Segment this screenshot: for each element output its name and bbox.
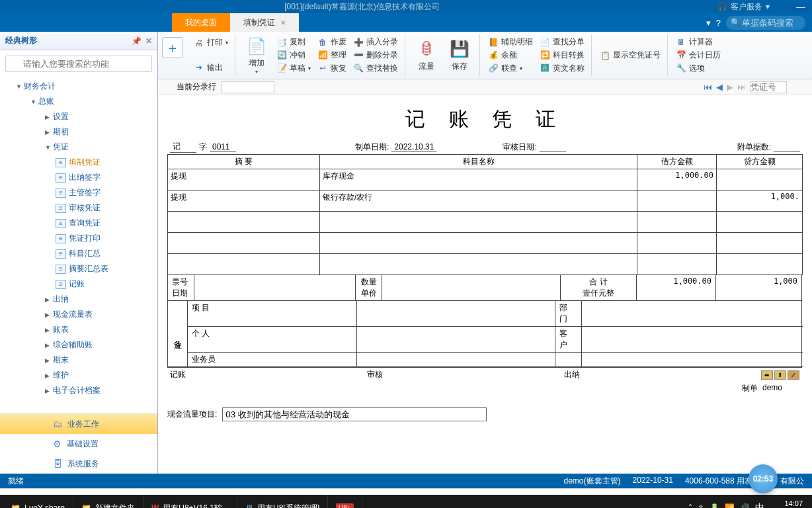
print-button[interactable]: 🖨打印 ▾ (192, 36, 229, 49)
attach-value[interactable] (774, 142, 800, 152)
tree-cashier-sign[interactable]: ≡出纳签字 (0, 170, 157, 185)
tree-supervisor-sign[interactable]: ≡主管签字 (0, 185, 157, 200)
tree-cashier[interactable]: 出纳 (0, 292, 157, 307)
output-button[interactable]: ➜输出 (192, 62, 229, 74)
close-icon[interactable]: ✕ (145, 36, 152, 46)
sidebar-system-service[interactable]: 🗄系统服务 (0, 454, 157, 474)
tray-wifi-icon[interactable]: 📶 (725, 503, 735, 508)
tab-label: 填制凭证 (243, 17, 275, 28)
help-icon[interactable]: ? (716, 18, 721, 28)
tree-voucher-group[interactable]: 凭证 (0, 140, 157, 155)
tree-period-end[interactable]: 期末 (0, 353, 157, 368)
reverse-button[interactable]: 🔄冲销 (275, 49, 312, 62)
nav-last-button[interactable]: ⏭ (737, 82, 746, 92)
tree-voucher-entry[interactable]: ≡填制凭证 (0, 155, 157, 170)
makedate-value[interactable]: 2022.10.31 (391, 142, 436, 152)
delete-row-button[interactable]: ➖删除分录 (352, 49, 399, 62)
insert-row-button[interactable]: ➕插入分录 (352, 36, 399, 48)
cust-label: 客 户 (555, 327, 582, 353)
tray-battery-icon[interactable]: 🔋 (710, 503, 719, 508)
chevron-down-icon[interactable]: ▾ (706, 18, 711, 28)
folder-icon: 📁 (81, 503, 91, 508)
tree-posting[interactable]: ≡记账 (0, 276, 157, 292)
eng-name-button[interactable]: 🅰英文名称 (538, 62, 586, 75)
table-row[interactable] (168, 212, 803, 233)
tree-maintain[interactable]: 维护 (0, 368, 157, 383)
copy-button[interactable]: 📑复制 (275, 36, 312, 48)
reverse-icon: 🔄 (276, 50, 287, 60)
tree-finance-accounting[interactable]: 财务会计 (0, 79, 157, 94)
nav-next-button[interactable]: ▶ (727, 82, 733, 92)
table-row[interactable]: 提现 银行存款/农行 1,000. (168, 190, 803, 212)
add-button[interactable]: ＋ (162, 37, 183, 58)
app-icon: W (151, 503, 159, 508)
sidebar-biz-work[interactable]: 🗂业务工作 (0, 414, 157, 434)
toggle-icon[interactable]: ⬌ (761, 370, 773, 380)
tree-opening[interactable]: 期初 (0, 124, 157, 140)
tree-reports[interactable]: 账表 (0, 322, 157, 337)
add-voucher-button[interactable]: 📄 增加▾ (242, 36, 271, 75)
monitor-icon: 🖥 (245, 503, 253, 508)
cashflow-input[interactable] (222, 407, 487, 421)
taskbar: 📁LuoY-share 📁新建文件夹 W用友U8+V16.1软... 🖥用友U8… (0, 495, 812, 508)
tree-account-summary[interactable]: ≡科目汇总 (0, 246, 157, 261)
tab-my-desktop[interactable]: 我的桌面 (172, 13, 230, 32)
taskbar-item[interactable]: U8+ (328, 495, 362, 508)
current-row-input[interactable] (222, 81, 274, 93)
tidy-button[interactable]: 📶整理 (316, 49, 348, 62)
taskbar-item[interactable]: W用友U8+V16.1软... (143, 495, 237, 508)
table-row[interactable] (168, 233, 803, 254)
ime-indicator[interactable]: 中 (755, 502, 764, 508)
timer-badge[interactable]: 02:53 (749, 464, 778, 493)
table-row[interactable]: 提现 库存现金 1,000.00 (168, 169, 803, 190)
minimize-button[interactable]: — (796, 1, 805, 12)
tree-cashflow-sheet[interactable]: 现金流量表 (0, 307, 157, 322)
balance-button[interactable]: 💰余额 (487, 49, 534, 62)
find-replace-button[interactable]: 🔍查找替换 (352, 62, 399, 75)
expand-icon[interactable]: ⤢ (788, 370, 799, 380)
void-button[interactable]: 🗑作废 (316, 36, 348, 48)
recover-button[interactable]: ↩恢复 (316, 62, 348, 75)
options-button[interactable]: 🔧选项 (674, 62, 722, 75)
tab-voucher-entry[interactable]: 填制凭证 ✕ (230, 13, 299, 32)
pin-icon[interactable]: 📌 (132, 36, 142, 46)
draft-button[interactable]: 📝草稿 ▾ (275, 62, 312, 75)
calendar-button[interactable]: 📅会计日历 (674, 49, 722, 62)
tree-print-voucher[interactable]: ≡凭证打印 (0, 231, 157, 246)
flow-button[interactable]: 🛢流量 (412, 36, 441, 75)
sidebar-base-settings[interactable]: ⚙基础设置 (0, 434, 157, 454)
taskbar-item[interactable]: 📁LuoY-share (3, 495, 73, 508)
tree-aux-ledger[interactable]: 综合辅助账 (0, 337, 157, 353)
tray-sound-icon[interactable]: 🔊 (740, 503, 750, 508)
voucher-table[interactable]: 摘 要 科目名称 借方金额 贷方金额 提现 库存现金 1,000.00 提现 银… (167, 154, 803, 275)
tray-usb-icon[interactable]: ⇪ (698, 503, 704, 508)
close-icon[interactable]: ✕ (280, 19, 286, 26)
customer-service-button[interactable]: 🎧 客户服务 ▾ (717, 1, 770, 13)
taskbar-item[interactable]: 📁新建文件夹 (73, 495, 143, 508)
calculator-button[interactable]: 🖩计算器 (674, 36, 722, 48)
acct-swap-button[interactable]: 🔁科目转换 (538, 49, 586, 62)
save-button[interactable]: 💾保存 (445, 36, 474, 75)
aux-detail-button[interactable]: 📙辅助明细 (487, 36, 534, 48)
tree-summary-summary[interactable]: ≡摘要汇总表 (0, 261, 157, 276)
show-empty-button[interactable]: 📋显示空凭证号 (598, 36, 662, 75)
sidebar-search-input[interactable] (5, 56, 152, 72)
attach-label: 附单据数: (737, 142, 771, 153)
nav-first-button[interactable]: ⏮ (704, 82, 712, 92)
relcheck-button[interactable]: 🔗联查 ▾ (487, 62, 534, 75)
tree-general-ledger[interactable]: 总账 (0, 94, 157, 109)
taskbar-item[interactable]: 🖥用友U8[系统管理] (237, 495, 328, 508)
tree-query-voucher[interactable]: ≡查询凭证 (0, 216, 157, 231)
tree-audit-voucher[interactable]: ≡审核凭证 (0, 200, 157, 216)
taskbar-clock[interactable]: 14:07 2023-10-3 (770, 499, 803, 508)
collapse-icon[interactable]: ⬍ (774, 370, 786, 380)
tree-setup[interactable]: 设置 (0, 109, 157, 124)
sign-cashier: 出纳 (564, 369, 761, 380)
tray-up-icon[interactable]: ˄ (688, 503, 692, 508)
briefcase-icon: 🗂 (53, 419, 62, 429)
find-doc-button[interactable]: 📄查找分单 (538, 36, 586, 48)
tree-e-archive[interactable]: 电子会计档案 (0, 383, 157, 398)
nav-prev-button[interactable]: ◀ (716, 82, 723, 92)
table-row[interactable] (168, 254, 803, 275)
voucher-no-input[interactable] (750, 81, 787, 93)
